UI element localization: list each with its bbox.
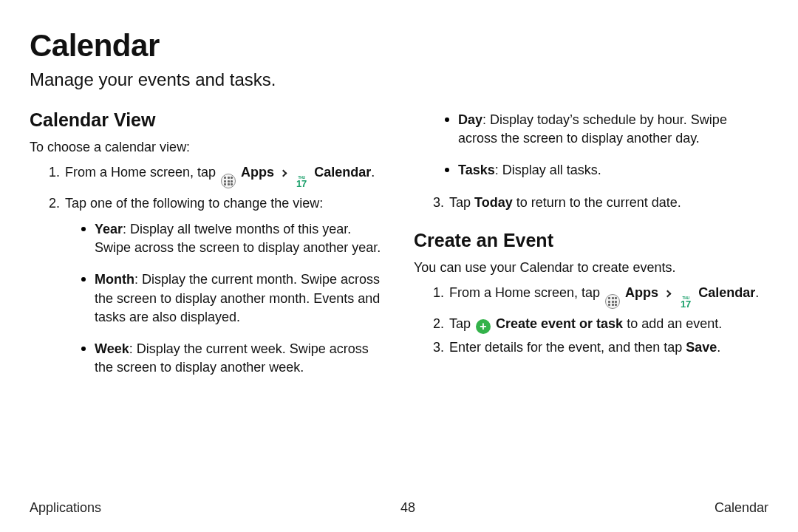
year-text: : Display all twelve months of this year…: [95, 222, 381, 255]
option-month: Month: Display the current month. Swipe …: [81, 270, 384, 327]
content-columns: Calendar View To choose a calendar view:…: [30, 106, 768, 390]
left-column: Calendar View To choose a calendar view:…: [30, 106, 384, 390]
step-text: From a Home screen, tap: [65, 165, 219, 180]
section-calendar-view: Calendar View: [30, 109, 384, 131]
view-options-continued: Day: Display today’s schedule by hour. S…: [414, 111, 768, 180]
tasks-label: Tasks: [458, 163, 495, 177]
page-subtitle: Manage your events and tasks.: [30, 69, 768, 90]
week-text: : Display the current week. Swipe across…: [95, 341, 369, 375]
step-text-pre: Tap: [449, 316, 474, 331]
calendar-label: Calendar: [698, 285, 755, 300]
evt-step-home: From a Home screen, tap Apps THU 17 Cale…: [448, 284, 768, 310]
step-text-post: to add an event.: [627, 316, 722, 331]
apps-icon: [221, 174, 236, 188]
step-text-pre: Enter details for the event, and then ta…: [449, 340, 686, 355]
option-day: Day: Display today’s schedule by hour. S…: [445, 111, 768, 148]
calendar-view-steps-continued: Tap Today to return to the current date.: [414, 194, 768, 212]
apps-label: Apps: [241, 165, 274, 180]
create-label: Create event or task: [496, 316, 623, 331]
step-text-post: to return to the current date.: [513, 195, 681, 210]
chevron-right-icon: [664, 290, 672, 298]
week-label: Week: [95, 341, 129, 356]
step-text: Tap one of the following to change the v…: [65, 196, 323, 211]
apps-icon: [605, 294, 620, 309]
evt-step-create: Tap + Create event or task to add an eve…: [448, 315, 768, 334]
create-event-steps: From a Home screen, tap Apps THU 17 Cale…: [414, 284, 768, 357]
step-text: From a Home screen, tap: [449, 285, 604, 300]
month-label: Month: [95, 272, 134, 287]
calendar-view-lead: To choose a calendar view:: [30, 138, 384, 156]
option-tasks: Tasks: Display all tasks.: [445, 161, 768, 180]
year-label: Year: [95, 222, 123, 236]
footer-page-number: 48: [400, 500, 415, 516]
calendar-view-steps: From a Home screen, tap Apps THU 17 Cale…: [30, 163, 384, 377]
chevron-right-icon: [280, 170, 287, 177]
page-title: Calendar: [30, 28, 768, 64]
option-year: Year: Display all twelve months of this …: [81, 220, 384, 257]
footer-left: Applications: [30, 500, 101, 516]
calendar-label: Calendar: [314, 165, 371, 180]
create-event-lead: You can use your Calendar to create even…: [414, 259, 768, 276]
today-label: Today: [474, 195, 513, 210]
calendar-icon: THU 17: [294, 175, 309, 190]
day-label: Day: [458, 112, 482, 127]
plus-icon: +: [476, 319, 491, 334]
step-text-pre: Tap: [449, 195, 474, 210]
step-from-home: From a Home screen, tap Apps THU 17 Cale…: [64, 163, 384, 190]
step-change-view: Tap one of the following to change the v…: [64, 194, 384, 378]
calendar-icon: THU 17: [678, 296, 693, 310]
step-tap-today: Tap Today to return to the current date.: [448, 194, 768, 212]
section-create-event: Create an Event: [414, 230, 768, 251]
save-label: Save: [686, 340, 717, 355]
day-text: : Display today’s schedule by hour. Swip…: [458, 112, 727, 146]
view-options: Year: Display all twelve months of this …: [65, 220, 384, 377]
option-week: Week: Display the current week. Swipe ac…: [81, 340, 384, 377]
step-text-post: .: [717, 340, 720, 355]
footer-right: Calendar: [715, 500, 768, 516]
tasks-text: : Display all tasks.: [495, 163, 601, 177]
page-footer: Applications 48 Calendar: [30, 500, 768, 516]
right-column: Day: Display today’s schedule by hour. S…: [414, 106, 768, 390]
apps-label: Apps: [625, 285, 658, 300]
evt-step-save: Enter details for the event, and then ta…: [448, 338, 768, 357]
month-text: : Display the current month. Swipe acros…: [95, 272, 380, 324]
